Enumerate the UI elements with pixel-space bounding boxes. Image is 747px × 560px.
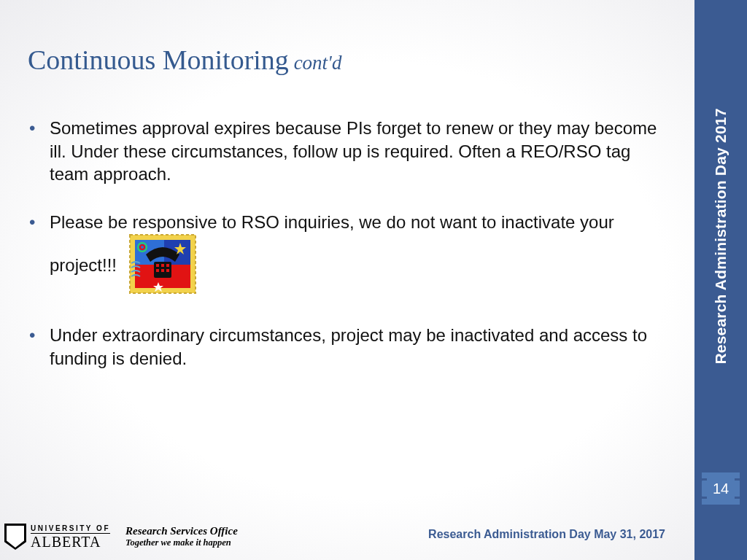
office-block: Research Services Office Together we mak…: [125, 525, 238, 548]
footer-event: Research Administration Day May 31, 2017: [428, 528, 665, 541]
page-number: 14: [713, 481, 729, 497]
shield-icon: [4, 524, 26, 550]
telephone-stamp-icon: [129, 234, 196, 300]
bullet-item: Sometimes approval expires because PIs f…: [28, 117, 662, 186]
svg-rect-10: [166, 269, 169, 272]
footer: UNIVERSITY OF ALBERTA Research Services …: [0, 516, 694, 554]
office-tagline: Together we make it happen: [125, 537, 238, 548]
bullet-item: Please be responsive to RSO inquiries, w…: [28, 211, 662, 299]
slide: Research Administration Day 2017 14 Cont…: [0, 0, 747, 560]
office-name: Research Services Office: [125, 525, 238, 537]
sidebar: Research Administration Day 2017 14: [694, 0, 747, 560]
page-number-box: 14: [702, 472, 740, 505]
university-logo: UNIVERSITY OF ALBERTA: [4, 524, 110, 550]
logo-line2: ALBERTA: [31, 534, 110, 549]
bracket-right-icon: [735, 478, 742, 499]
svg-rect-9: [161, 269, 164, 272]
bullet-text: Under extraordinary circumstances, proje…: [50, 325, 647, 368]
title-suffix: cont'd: [289, 52, 342, 74]
svg-rect-8: [156, 269, 159, 272]
svg-rect-7: [166, 264, 169, 267]
bullet-list: Sometimes approval expires because PIs f…: [28, 117, 662, 395]
sidebar-title: Research Administration Day 2017: [712, 108, 729, 364]
logo-line1: UNIVERSITY OF: [31, 525, 110, 532]
bullet-text: Sometimes approval expires because PIs f…: [50, 118, 657, 184]
sidebar-title-container: Research Administration Day 2017: [694, 0, 747, 472]
svg-rect-5: [156, 264, 159, 267]
logo-text: UNIVERSITY OF ALBERTA: [31, 525, 110, 549]
bracket-left-icon: [700, 478, 707, 499]
slide-title: Continuous Monitoring cont'd: [28, 44, 341, 76]
svg-rect-6: [161, 264, 164, 267]
bullet-item: Under extraordinary circumstances, proje…: [28, 324, 662, 370]
title-main: Continuous Monitoring: [28, 44, 289, 75]
